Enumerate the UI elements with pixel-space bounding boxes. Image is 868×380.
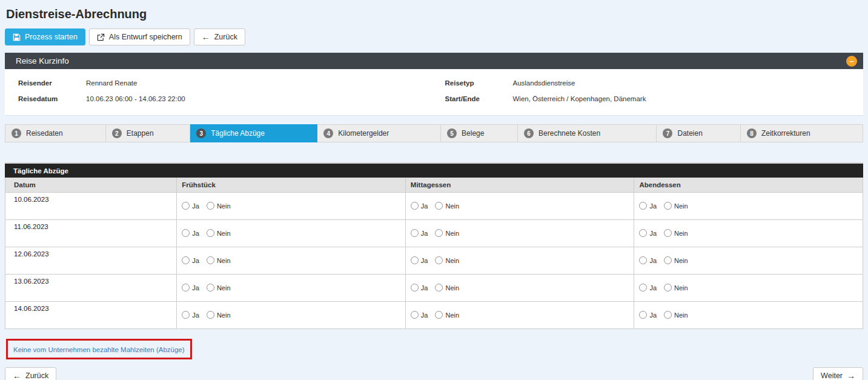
radio-option-nein[interactable]: Nein xyxy=(435,256,459,264)
radio-option-ja[interactable]: Ja xyxy=(411,311,428,319)
radio-button[interactable] xyxy=(639,202,647,210)
table-row: 10.06.2023 Ja Nein Ja Nein Ja Nein xyxy=(5,192,863,219)
radio-option-nein[interactable]: Nein xyxy=(207,284,231,292)
radio-button[interactable] xyxy=(411,202,419,210)
radio-label: Nein xyxy=(217,284,231,292)
radio-group: Ja Nein xyxy=(411,229,634,237)
radio-option-ja[interactable]: Ja xyxy=(411,284,428,292)
start-process-button[interactable]: Prozess starten xyxy=(5,28,85,45)
radio-label: Ja xyxy=(421,202,428,210)
radio-option-ja[interactable]: Ja xyxy=(639,311,657,319)
radio-option-ja[interactable]: Ja xyxy=(639,256,657,264)
radio-button[interactable] xyxy=(664,284,672,292)
radio-option-nein[interactable]: Nein xyxy=(207,311,231,319)
radio-group: Ja Nein xyxy=(182,311,405,319)
radio-button[interactable] xyxy=(435,229,443,237)
radio-button[interactable] xyxy=(639,311,647,319)
radio-option-nein[interactable]: Nein xyxy=(435,229,459,237)
column-header-datum: Datum xyxy=(5,178,177,192)
date-cell: 11.06.2023 xyxy=(5,219,177,247)
radio-option-ja[interactable]: Ja xyxy=(182,256,199,264)
radio-button[interactable] xyxy=(664,202,672,210)
radio-button[interactable] xyxy=(664,311,672,319)
radio-option-nein[interactable]: Nein xyxy=(664,256,688,264)
radio-option-ja[interactable]: Ja xyxy=(182,311,199,319)
dinner-radio-cell: Ja Nein xyxy=(634,192,863,219)
radio-button[interactable] xyxy=(435,284,443,292)
radio-button[interactable] xyxy=(435,311,443,319)
tab-berechnete-kosten[interactable]: 6 Berechnete Kosten xyxy=(518,124,657,142)
radio-label: Nein xyxy=(217,312,231,319)
tab-number-badge: 5 xyxy=(447,128,457,138)
tab-dateien[interactable]: 7 Dateien xyxy=(657,124,740,142)
back-button-bottom[interactable]: ← Zurück xyxy=(5,367,56,380)
tab-number-badge: 6 xyxy=(524,128,534,138)
radio-button[interactable] xyxy=(182,311,190,319)
tab-belege[interactable]: 5 Belege xyxy=(441,124,518,142)
daily-deductions-section: Tägliche Abzüge Datum Frühstück Mittages… xyxy=(5,162,863,329)
radio-label: Ja xyxy=(649,257,657,264)
tab-taegliche-abzuege[interactable]: 3 Tägliche Abzüge xyxy=(190,124,317,142)
tab-kilometergelder[interactable]: 4 Kilometergelder xyxy=(317,124,441,142)
radio-option-nein[interactable]: Nein xyxy=(207,202,231,210)
radio-option-ja[interactable]: Ja xyxy=(639,284,657,292)
radio-group: Ja Nein xyxy=(411,311,634,319)
table-row: 11.06.2023 Ja Nein Ja Nein Ja Nein xyxy=(5,219,863,247)
radio-button[interactable] xyxy=(207,284,214,292)
radio-option-nein[interactable]: Nein xyxy=(435,311,459,319)
no-company-meals-link[interactable]: Keine vom Unternehmen bezahlte Mahlzeite… xyxy=(13,346,185,353)
radio-option-ja[interactable]: Ja xyxy=(639,229,657,237)
radio-option-nein[interactable]: Nein xyxy=(207,229,231,237)
radio-button[interactable] xyxy=(411,229,419,237)
radio-button[interactable] xyxy=(182,202,190,210)
radio-button[interactable] xyxy=(207,229,214,237)
radio-button[interactable] xyxy=(639,284,647,292)
minus-icon: – xyxy=(849,56,853,65)
field-label: Reisetyp xyxy=(445,79,513,87)
radio-button[interactable] xyxy=(207,202,214,210)
arrow-left-icon: ← xyxy=(13,372,21,380)
tab-label: Dateien xyxy=(677,129,702,138)
tab-etappen[interactable]: 2 Etappen xyxy=(106,124,190,142)
tab-reisedaten[interactable]: 1 Reisedaten xyxy=(5,124,106,142)
radio-button[interactable] xyxy=(182,229,190,237)
radio-button[interactable] xyxy=(411,256,419,264)
trip-info-right-column: Reisetyp Auslandsdienstreise Start/Ende … xyxy=(434,75,864,107)
radio-option-nein[interactable]: Nein xyxy=(664,311,688,319)
radio-button[interactable] xyxy=(639,229,647,237)
radio-button[interactable] xyxy=(664,229,672,237)
save-draft-button[interactable]: Als Entwurf speichern xyxy=(89,28,190,45)
radio-button[interactable] xyxy=(411,311,419,319)
radio-button[interactable] xyxy=(207,311,214,319)
radio-option-nein[interactable]: Nein xyxy=(664,284,688,292)
radio-option-ja[interactable]: Ja xyxy=(182,284,199,292)
radio-option-nein[interactable]: Nein xyxy=(664,229,688,237)
radio-button[interactable] xyxy=(639,256,647,264)
column-header-mittagessen: Mittagessen xyxy=(405,178,634,192)
red-annotation-box: Keine vom Unternehmen bezahlte Mahlzeite… xyxy=(6,339,192,359)
next-button[interactable]: Weiter → xyxy=(813,367,863,380)
radio-button[interactable] xyxy=(411,284,419,292)
tab-zeitkorrekturen[interactable]: 8 Zeitkorrekturen xyxy=(741,124,863,142)
tab-number-badge: 1 xyxy=(12,128,21,138)
radio-button[interactable] xyxy=(435,256,443,264)
radio-button[interactable] xyxy=(207,256,214,264)
radio-button[interactable] xyxy=(182,256,190,264)
radio-button[interactable] xyxy=(435,202,443,210)
radio-option-nein[interactable]: Nein xyxy=(207,256,231,264)
radio-option-ja[interactable]: Ja xyxy=(411,229,428,237)
collapse-panel-button[interactable]: – xyxy=(846,56,857,67)
radio-option-ja[interactable]: Ja xyxy=(411,202,428,210)
back-button-top[interactable]: ← Zurück xyxy=(194,28,245,45)
radio-button[interactable] xyxy=(664,256,672,264)
radio-option-ja[interactable]: Ja xyxy=(182,229,199,237)
radio-option-ja[interactable]: Ja xyxy=(639,202,657,210)
radio-option-ja[interactable]: Ja xyxy=(411,256,428,264)
radio-option-nein[interactable]: Nein xyxy=(664,202,688,210)
tab-number-badge: 3 xyxy=(196,128,206,138)
radio-button[interactable] xyxy=(182,284,190,292)
radio-option-nein[interactable]: Nein xyxy=(435,202,459,210)
radio-label: Ja xyxy=(192,202,199,210)
radio-option-nein[interactable]: Nein xyxy=(435,284,459,292)
radio-option-ja[interactable]: Ja xyxy=(182,202,199,210)
